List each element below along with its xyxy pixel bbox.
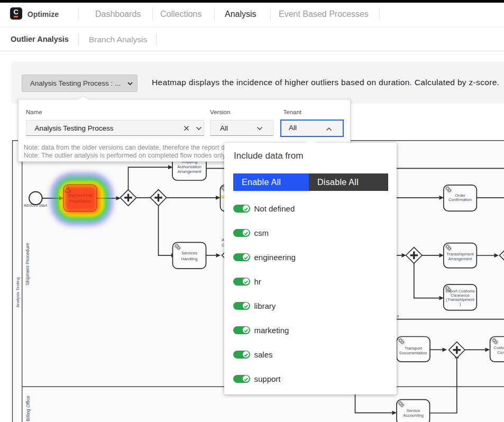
svg-text:Customs: Customs: [494, 345, 504, 350]
svg-text:AE0010 Start: AE0010 Start: [24, 203, 47, 208]
svg-text:Authorization: Authorization: [177, 164, 201, 169]
svg-text:): ): [460, 301, 461, 306]
svg-text:Services: Services: [181, 251, 197, 255]
svg-text:Shipment Procedure: Shipment Procedure: [25, 243, 30, 285]
svg-text:Confirmation: Confirmation: [448, 197, 472, 202]
svg-text:Accounting: Accounting: [403, 413, 424, 418]
svg-text:Analysis Testing: Analysis Testing: [15, 277, 20, 307]
svg-text:Service: Service: [407, 408, 420, 413]
svg-text:Handling: Handling: [181, 256, 198, 261]
svg-text:Documentation: Documentation: [399, 351, 427, 355]
svg-text:Arrangement: Arrangement: [177, 169, 201, 174]
svg-text:Harbour Billing Office: Harbour Billing Office: [25, 396, 31, 422]
svg-text:Preparation: Preparation: [69, 199, 90, 204]
svg-text:Transshipment: Transshipment: [446, 252, 474, 256]
svg-text:Confirmati: Confirmati: [497, 350, 504, 355]
svg-text:Shipment File: Shipment File: [68, 193, 93, 198]
svg-text:Transport: Transport: [405, 346, 423, 351]
svg-text:Arrangement: Arrangement: [448, 256, 472, 261]
